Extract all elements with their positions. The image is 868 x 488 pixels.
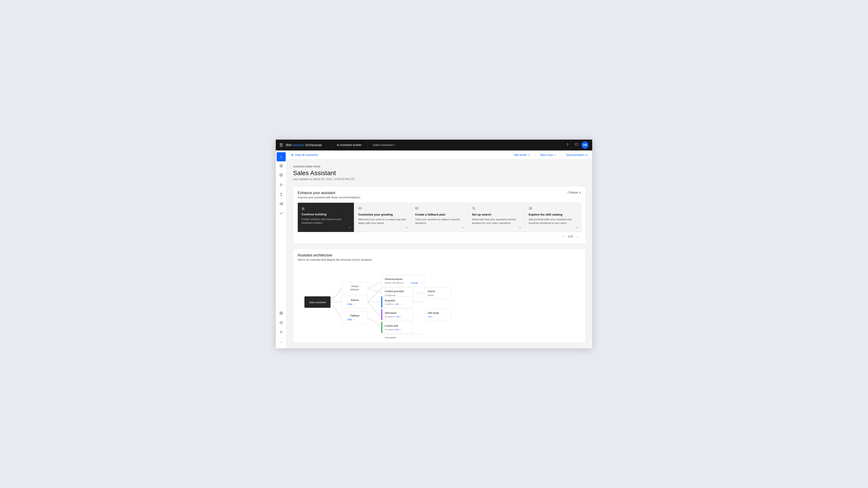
sidebar-item-settings[interactable] (277, 328, 286, 337)
gear-icon (279, 330, 283, 335)
custom-actions-label: 31 actions (385, 328, 395, 331)
fallback-arrow: → (353, 318, 355, 321)
analytics-icon (279, 212, 283, 216)
page-body: Assistant builder home Sales Assistant L… (287, 160, 592, 348)
ai-add-link[interactable]: Add (395, 303, 399, 305)
home-icon: ⌂ (280, 155, 282, 159)
connector-line-3 (331, 302, 342, 318)
skill-studio-arrow: → (432, 315, 435, 318)
enhance-assistant-card: Enhance your assistant Improve your assi… (293, 186, 586, 244)
search-icon (472, 206, 521, 211)
svg-rect-19 (359, 207, 362, 209)
sidebar-item-home[interactable]: ⌂ (277, 152, 286, 161)
documentation-link[interactable]: Documentation ⊙ (566, 153, 588, 157)
separator-2: | (561, 153, 562, 157)
enhance-title-group: Enhance your assistant Improve your assi… (298, 191, 361, 199)
brand-name: IBM watsonx Orchestrate (286, 143, 322, 147)
pagination-text: 1/10 (568, 235, 573, 238)
play-icon (280, 183, 283, 187)
pagination-prev-button[interactable]: ‹ (561, 234, 566, 239)
enhance-card-continue-building[interactable]: ⊞ Continue building Further enhance and … (298, 203, 354, 232)
view-all-assistants-link[interactable]: ⊞ View all assistants (291, 153, 318, 157)
skill-add-link[interactable]: Add (396, 315, 399, 318)
svg-point-25 (473, 207, 474, 209)
skill-studio-add-link[interactable]: Add (428, 315, 432, 318)
general-purpose-label: General purpose (385, 278, 402, 281)
sales-assistant-label: Sales assistant (309, 301, 326, 304)
skill-actions-label: 20 actions (385, 315, 395, 318)
general-model-label: granite-13b-base-v2 (385, 282, 404, 284)
enhance-description: Improve your assistant with these recomm… (298, 196, 361, 199)
pagination-row: ‹ 1/10 › (298, 234, 581, 239)
sidebar-collapse-button[interactable]: ‹ (277, 337, 286, 347)
sidebar-bottom: ‹ (277, 309, 286, 347)
hamburger-menu[interactable]: ☰ (279, 142, 283, 148)
actions-view-link[interactable]: View (347, 303, 352, 305)
svg-rect-11 (281, 202, 283, 204)
skill-studio-node (424, 309, 452, 320)
connector-default-general (368, 282, 381, 289)
svg-rect-13 (280, 312, 281, 313)
pagination-next-button[interactable]: › (575, 234, 580, 239)
enhance-card-search[interactable]: Set up search Determine how your assista… (468, 203, 524, 232)
sidebar-item-publish[interactable] (277, 190, 286, 199)
sidebar-item-extensions[interactable] (277, 309, 286, 318)
top-navigation: ☰ IBM watsonx Orchestrate AI Assistant b… (276, 140, 592, 151)
svg-point-18 (281, 332, 282, 333)
architecture-description: Here's an overview that depicts the stru… (298, 258, 581, 261)
content-grounded-label: Content grounded (385, 290, 404, 293)
sidebar-item-analytics[interactable] (277, 209, 286, 218)
skill-catalog-icon (529, 206, 577, 211)
svg-rect-10 (280, 203, 281, 204)
connector-default-content (368, 289, 381, 293)
enhance-card-skill-catalog[interactable]: Explore the skill catalog Add pre-built … (525, 203, 581, 232)
general-purpose-node (381, 275, 424, 287)
arrow-right-icon-2: → (405, 225, 408, 229)
enhance-card-fallback[interactable]: Create a fallback plan Train your assist… (411, 203, 467, 232)
publish-icon (279, 193, 283, 197)
custom-add-link[interactable]: Add (395, 328, 399, 331)
nav-sales-assistant[interactable]: Sales Assistant ▾ (369, 140, 398, 151)
nav-separator (331, 141, 331, 149)
sidebar-item-assistant[interactable] (277, 162, 286, 171)
history-icon (279, 321, 283, 325)
ai-guided-accent (381, 296, 382, 308)
architecture-svg: Sales assistant Default behavior Actions… (298, 266, 490, 338)
architecture-title: Assistant architecture (298, 253, 581, 257)
svg-point-3 (281, 165, 282, 166)
arrow-right-icon-5: → (575, 225, 578, 229)
take-tour-link[interactable]: Take a tour ☆ (540, 153, 557, 157)
sidebar-item-history[interactable] (277, 319, 286, 328)
general-change-link[interactable]: Change (411, 282, 418, 284)
fallback-view-link[interactable]: View (347, 318, 352, 321)
user-avatar[interactable]: AB (581, 141, 589, 149)
help-icon-button[interactable]: ? (563, 141, 571, 149)
enhance-card-customize-greeting[interactable]: Customize your greeting Welcome your use… (354, 203, 411, 232)
default-behavior-label: Default (351, 285, 359, 288)
skill-studio-label: Skill studio (428, 312, 439, 314)
main-layout: ⌂ (276, 151, 592, 348)
ai-guided-label: AI-guided (385, 299, 395, 302)
live-agent-label: Live agent (385, 336, 396, 338)
skill-studio-link[interactable]: Skill studio ↗ (514, 153, 530, 157)
svg-rect-22 (415, 207, 418, 209)
chevron-up-icon: ∧ (579, 191, 581, 194)
architecture-header: Assistant architecture Here's an overvie… (298, 253, 581, 261)
svg-rect-15 (280, 313, 281, 315)
collapse-button[interactable]: Collapse ∧ (567, 191, 581, 194)
top-nav-right: ? AB (563, 141, 589, 149)
search-elastic-node (424, 288, 452, 299)
enhance-title: Enhance your assistant (298, 191, 361, 195)
connector-actions-custom (368, 302, 381, 318)
arrow-right-icon-3: → (462, 225, 465, 229)
custom-built-label: Custom-built (385, 324, 398, 327)
notifications-icon-button[interactable] (572, 141, 581, 149)
nav-ai-assistant-builder[interactable]: AI Assistant builder (333, 140, 365, 151)
arrow-right-icon: → (348, 225, 351, 229)
sidebar-item-preview[interactable] (277, 181, 286, 190)
search-label: Search (428, 290, 435, 293)
arrow-right-icon-4: → (518, 225, 522, 229)
sidebar-item-environments[interactable] (277, 200, 286, 209)
sidebar-item-chat[interactable] (277, 171, 286, 180)
sub-header-right: Skill studio ↗ | Take a tour ☆ | Documen… (514, 153, 588, 157)
